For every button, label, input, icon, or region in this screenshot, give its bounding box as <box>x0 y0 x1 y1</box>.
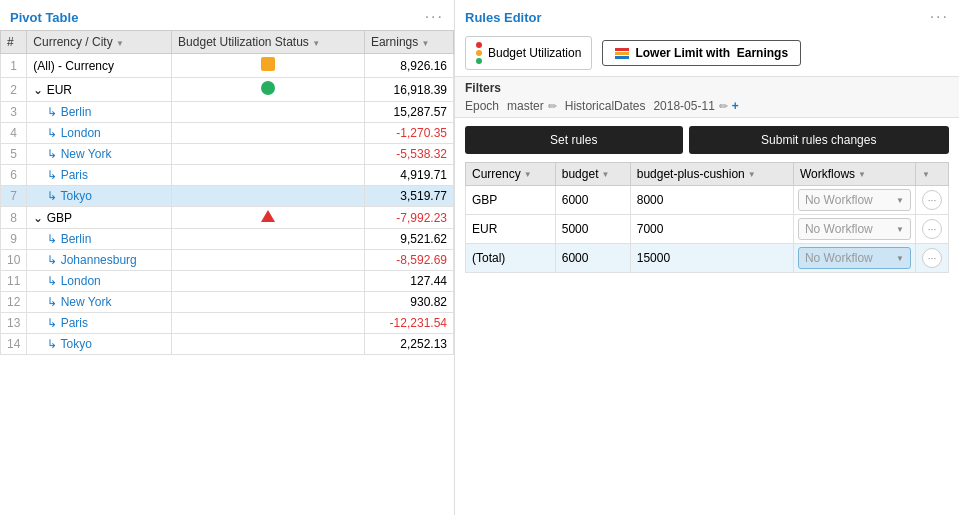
rules-actions-arrow[interactable]: ▼ <box>922 170 930 179</box>
row-status <box>172 102 365 123</box>
row-label[interactable]: ↳ Paris <box>27 165 172 186</box>
rules-title: Rules Editor <box>465 10 542 25</box>
city-link[interactable]: ↳ New York <box>47 295 111 309</box>
rules-col-budget-label: budget <box>562 167 599 181</box>
workflow-dropdown-arrow[interactable]: ▼ <box>896 254 904 263</box>
row-label[interactable]: ↳ Berlin <box>27 102 172 123</box>
row-status <box>172 165 365 186</box>
city-link[interactable]: ↳ Johannesburg <box>47 253 136 267</box>
row-number: 4 <box>1 123 27 144</box>
col-header-currency-city[interactable]: Currency / City ▼ <box>27 31 172 54</box>
workflow-dots-button[interactable]: ··· <box>922 190 942 210</box>
rules-col-cushion[interactable]: budget-plus-cushion ▼ <box>630 163 793 186</box>
workflow-select-dropdown[interactable]: No Workflow▼ <box>798 247 911 269</box>
master-label: master <box>507 99 544 113</box>
row-number: 13 <box>1 313 27 334</box>
budget-utilization-button[interactable]: Budget Utilization <box>465 36 592 70</box>
lower-limit-button[interactable]: Lower Limit with Earnings <box>602 40 801 66</box>
rules-table-row: (Total)600015000No Workflow▼··· <box>466 244 949 273</box>
row-number: 12 <box>1 292 27 313</box>
row-label[interactable]: ↳ Tokyo <box>27 334 172 355</box>
master-edit-icon[interactable]: ✏ <box>548 100 557 113</box>
city-link[interactable]: ↳ New York <box>47 147 111 161</box>
submit-rules-button[interactable]: Submit rules changes <box>689 126 950 154</box>
rules-workflows-arrow[interactable]: ▼ <box>858 170 866 179</box>
workflow-select-dropdown[interactable]: No Workflow▼ <box>798 218 911 240</box>
date-edit-icon[interactable]: ✏ <box>719 100 728 113</box>
row-label[interactable]: ↳ London <box>27 123 172 144</box>
row-number: 8 <box>1 207 27 229</box>
workflow-dropdown-arrow[interactable]: ▼ <box>896 196 904 205</box>
add-filter-icon[interactable]: + <box>732 99 739 113</box>
workflow-select-label: No Workflow <box>805 251 873 265</box>
row-status <box>172 250 365 271</box>
workflow-dots-button[interactable]: ··· <box>922 248 942 268</box>
historical-dates-filter: HistoricalDates <box>565 99 646 113</box>
workflow-dots-button[interactable]: ··· <box>922 219 942 239</box>
row-number: 3 <box>1 102 27 123</box>
currency-city-dropdown-arrow[interactable]: ▼ <box>116 39 124 48</box>
row-label[interactable]: ↳ London <box>27 271 172 292</box>
city-link[interactable]: ↳ Tokyo <box>47 189 91 203</box>
rules-cushion-arrow[interactable]: ▼ <box>748 170 756 179</box>
row-label[interactable]: ↳ Berlin <box>27 229 172 250</box>
col-header-earnings[interactable]: Earnings ▼ <box>364 31 453 54</box>
row-label[interactable]: ↳ Paris <box>27 313 172 334</box>
row-status <box>172 144 365 165</box>
city-link[interactable]: ↳ Tokyo <box>47 337 91 351</box>
row-status <box>172 229 365 250</box>
row-label[interactable]: ↳ New York <box>27 292 172 313</box>
city-link[interactable]: ↳ Paris <box>47 168 88 182</box>
historical-dates-label: HistoricalDates <box>565 99 646 113</box>
rules-controls: Budget Utilization Lower Limit with Earn… <box>455 30 959 76</box>
row-label[interactable]: ↳ Johannesburg <box>27 250 172 271</box>
table-row: 6↳ Paris4,919.71 <box>1 165 454 186</box>
rules-budget-cell: 6000 <box>555 244 630 273</box>
rules-header: Rules Editor ··· <box>455 0 959 30</box>
city-link[interactable]: ↳ Berlin <box>47 232 91 246</box>
rules-budget-cell: 5000 <box>555 215 630 244</box>
col-label-currency-city: Currency / City <box>33 35 112 49</box>
table-row: 4↳ London-1,270.35 <box>1 123 454 144</box>
lower-limit-icon <box>615 48 629 59</box>
rules-workflow-cell[interactable]: No Workflow▼ <box>793 244 915 273</box>
pivot-table: # Currency / City ▼ Budget Utilization S… <box>0 30 454 355</box>
rules-workflow-cell[interactable]: No Workflow▼ <box>793 215 915 244</box>
row-label[interactable]: ↳ Tokyo <box>27 186 172 207</box>
city-link[interactable]: ↳ Paris <box>47 316 88 330</box>
table-row: 13↳ Paris-12,231.54 <box>1 313 454 334</box>
pivot-menu-dots[interactable]: ··· <box>425 8 444 26</box>
rules-action-cell[interactable]: ··· <box>916 215 949 244</box>
rules-action-cell[interactable]: ··· <box>916 186 949 215</box>
row-number: 10 <box>1 250 27 271</box>
rules-budget-arrow[interactable]: ▼ <box>601 170 609 179</box>
rules-menu-dots[interactable]: ··· <box>930 8 949 26</box>
tl-red-dot <box>476 42 482 48</box>
row-label[interactable]: ↳ New York <box>27 144 172 165</box>
set-rules-button[interactable]: Set rules <box>465 126 683 154</box>
workflow-dropdown-arrow[interactable]: ▼ <box>896 225 904 234</box>
budget-status-dropdown-arrow[interactable]: ▼ <box>312 39 320 48</box>
earnings-dropdown-arrow[interactable]: ▼ <box>422 39 430 48</box>
rules-col-actions: ▼ <box>916 163 949 186</box>
rules-col-workflows[interactable]: Workflows ▼ <box>793 163 915 186</box>
row-earnings: 15,287.57 <box>364 102 453 123</box>
table-row: 3↳ Berlin15,287.57 <box>1 102 454 123</box>
table-row: 14↳ Tokyo2,252.13 <box>1 334 454 355</box>
city-link[interactable]: ↳ London <box>47 126 100 140</box>
rules-col-budget[interactable]: budget ▼ <box>555 163 630 186</box>
rules-workflow-cell[interactable]: No Workflow▼ <box>793 186 915 215</box>
traffic-light-icon <box>476 42 482 64</box>
lower-limit-normal: Lower Limit with <box>635 46 730 60</box>
row-status <box>172 186 365 207</box>
city-link[interactable]: ↳ Berlin <box>47 105 91 119</box>
city-link[interactable]: ↳ London <box>47 274 100 288</box>
col-header-budget-status[interactable]: Budget Utilization Status ▼ <box>172 31 365 54</box>
row-number: 2 <box>1 78 27 102</box>
rules-col-currency[interactable]: Currency ▼ <box>466 163 556 186</box>
rules-currency-cell: (Total) <box>466 244 556 273</box>
workflow-select-dropdown[interactable]: No Workflow▼ <box>798 189 911 211</box>
rules-action-cell[interactable]: ··· <box>916 244 949 273</box>
rules-currency-arrow[interactable]: ▼ <box>524 170 532 179</box>
pivot-title: Pivot Table <box>10 10 78 25</box>
